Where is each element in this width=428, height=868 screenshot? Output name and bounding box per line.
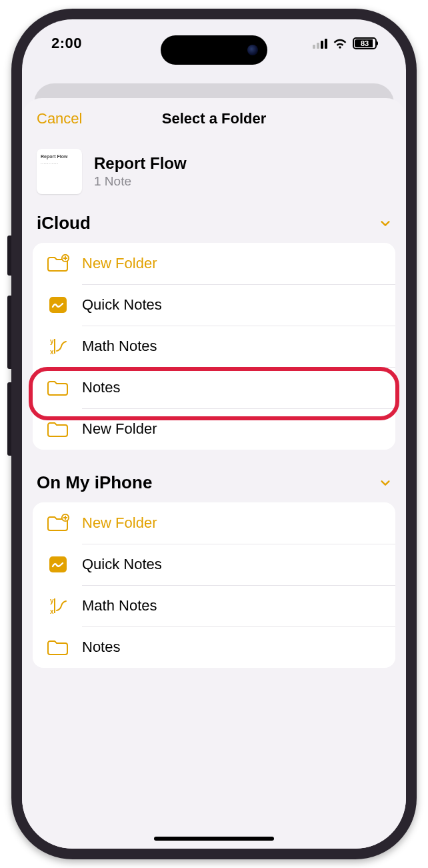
section-title: iCloud — [37, 213, 91, 234]
modal-sheet: Cancel Select a Folder Report Flow - - -… — [22, 98, 406, 849]
new-folder-button[interactable]: New Folder — [33, 502, 395, 544]
folder-list-local: New Folder Quick Notes yx M — [33, 502, 395, 668]
math-icon: yx — [46, 596, 70, 616]
chevron-down-icon — [379, 218, 391, 230]
svg-text:x: x — [50, 348, 54, 356]
folder-row-math-notes[interactable]: yx Math Notes — [33, 326, 395, 367]
chevron-down-icon — [379, 477, 391, 489]
row-label: Notes — [82, 638, 120, 656]
note-preview-row: Report Flow - - - - - - - - - - - Report… — [22, 139, 406, 206]
quick-note-icon — [46, 295, 70, 315]
folder-row-quick-notes[interactable]: Quick Notes — [33, 284, 395, 326]
folder-row-math-notes[interactable]: yx Math Notes — [33, 585, 395, 626]
cellular-signal-icon — [313, 38, 327, 49]
phone-frame: 2:00 83 — [11, 9, 417, 859]
row-label: New Folder — [82, 420, 157, 438]
note-title: Report Flow — [94, 154, 187, 173]
dynamic-island — [161, 35, 267, 65]
folder-row-new-folder[interactable]: New Folder — [33, 408, 395, 450]
row-label: Notes — [82, 379, 120, 396]
wifi-icon — [333, 37, 347, 49]
row-label: Math Notes — [82, 597, 157, 614]
section-header-local[interactable]: On My iPhone — [22, 466, 406, 498]
quick-note-icon — [46, 554, 70, 574]
modal-title: Select a Folder — [162, 110, 267, 127]
svg-text:x: x — [50, 608, 54, 615]
battery-percent: 83 — [361, 39, 369, 47]
home-indicator — [154, 837, 274, 841]
screen: 2:00 83 — [22, 19, 406, 849]
row-label: New Folder — [82, 255, 157, 272]
folder-row-quick-notes[interactable]: Quick Notes — [33, 544, 395, 585]
svg-rect-5 — [49, 556, 67, 572]
svg-text:y: y — [50, 338, 54, 345]
note-thumbnail: Report Flow - - - - - - - - - - - — [37, 149, 82, 194]
row-label: Quick Notes — [82, 296, 162, 314]
status-time: 2:00 — [51, 35, 82, 52]
folder-list-icloud: New Folder Quick Notes yx M — [33, 243, 395, 450]
folder-plus-icon — [46, 513, 70, 533]
new-folder-button[interactable]: New Folder — [33, 243, 395, 284]
battery-icon: 83 — [353, 37, 377, 49]
modal-nav-bar: Cancel Select a Folder — [22, 98, 406, 139]
folder-icon — [46, 378, 70, 398]
row-label: New Folder — [82, 514, 157, 532]
folder-row-notes[interactable]: Notes — [33, 626, 395, 668]
folder-icon — [46, 637, 70, 657]
svg-rect-1 — [49, 297, 67, 313]
cancel-button[interactable]: Cancel — [37, 110, 82, 127]
row-label: Quick Notes — [82, 556, 162, 573]
note-count: 1 Note — [94, 174, 187, 189]
row-label: Math Notes — [82, 338, 157, 355]
math-icon: yx — [46, 336, 70, 356]
folder-icon — [46, 419, 70, 439]
section-title: On My iPhone — [37, 472, 152, 493]
folder-plus-icon — [46, 254, 70, 274]
section-header-icloud[interactable]: iCloud — [22, 206, 406, 239]
svg-text:y: y — [50, 597, 54, 604]
folder-row-notes[interactable]: Notes — [33, 367, 395, 408]
